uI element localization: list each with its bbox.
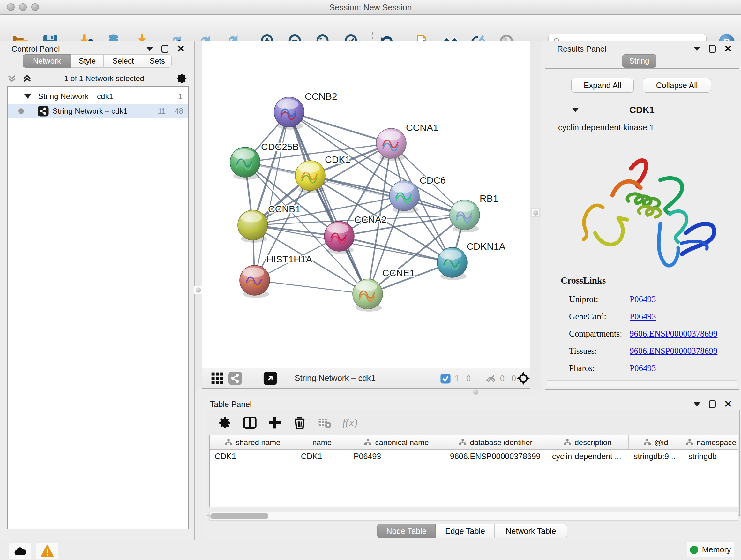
left-splitter-handle[interactable] xyxy=(194,286,202,294)
column-header-database-identifier[interactable]: database identifier xyxy=(445,435,547,449)
column-header-label: description xyxy=(575,438,611,447)
selected-count-badge: 1 - 0 xyxy=(455,374,471,383)
delete-table-button[interactable] xyxy=(318,416,332,430)
results-close-icon[interactable]: ✕ xyxy=(724,45,732,53)
node-CDK1[interactable] xyxy=(295,161,325,193)
expand-all-button[interactable]: Expand All xyxy=(571,78,634,92)
collapse-all-button[interactable]: Collapse All xyxy=(643,78,711,92)
column-header-name[interactable]: name xyxy=(296,435,348,449)
column-header-namespace[interactable]: namespace xyxy=(683,435,738,449)
edge-CCNA2-CDKN1A[interactable] xyxy=(339,236,452,262)
split-columns-button[interactable] xyxy=(243,416,257,430)
node-label-CCNB1: CCNB1 xyxy=(268,204,300,214)
table-hscrollbar-thumb[interactable] xyxy=(210,513,268,519)
node-RB1[interactable] xyxy=(450,200,480,233)
network-collection-row[interactable]: String Network – cdk1 1 xyxy=(8,89,188,104)
delete-column-button[interactable] xyxy=(293,416,307,430)
left-splitter[interactable] xyxy=(195,41,202,388)
node-HIST1H1A[interactable] xyxy=(240,265,270,298)
network-view: CCNB2CCNA1CDC25BCDK1CDC6RB1CCNB1CCNA2CDK… xyxy=(202,41,530,388)
table-cell[interactable]: CDK1 xyxy=(210,449,296,463)
column-header--id[interactable]: @id xyxy=(629,435,683,449)
node-CCNE1[interactable] xyxy=(353,279,383,312)
warning-icon xyxy=(41,545,54,557)
panel-close-icon[interactable]: ✕ xyxy=(177,45,185,53)
table-menu-icon[interactable] xyxy=(693,402,700,407)
cloud-button[interactable] xyxy=(9,543,31,559)
bottom-splitter-handle[interactable] xyxy=(471,388,480,396)
node-label-CCNB2: CCNB2 xyxy=(305,91,337,102)
table-cell[interactable]: stringdb:9... xyxy=(629,449,683,463)
column-header-shared-name[interactable]: shared name xyxy=(210,435,296,449)
tab-network[interactable]: Network xyxy=(23,54,71,68)
crosslink-value-link[interactable]: 9606.ENSP00000378699 xyxy=(630,346,718,356)
node-CCNB1[interactable] xyxy=(238,210,268,243)
fit-selected-crosshair-icon[interactable] xyxy=(516,371,530,385)
birds-eye-view-icon[interactable] xyxy=(261,369,280,388)
crosslink-value-link[interactable]: P06493 xyxy=(630,294,656,304)
panel-float-icon[interactable] xyxy=(161,45,169,53)
edge-CCNB2-CCNA1[interactable] xyxy=(289,112,391,143)
collapse-all-icon[interactable] xyxy=(6,73,17,84)
node-label-CDC25B: CDC25B xyxy=(261,141,299,152)
hidden-eye-icon[interactable] xyxy=(485,374,496,384)
crosslink-value-link[interactable]: P06493 xyxy=(630,312,656,321)
panel-menu-icon[interactable] xyxy=(146,47,153,51)
add-column-icon xyxy=(268,416,282,430)
table-cell[interactable]: P06493 xyxy=(348,449,445,463)
settings-gear-button[interactable] xyxy=(218,416,232,430)
table-toolbar: f(x) xyxy=(210,413,357,433)
node-CDC6[interactable] xyxy=(389,181,419,213)
results-float-icon[interactable] xyxy=(709,45,716,53)
node-CCNA1[interactable] xyxy=(376,128,406,161)
tab-select[interactable]: Select xyxy=(104,54,143,68)
column-header-label: shared name xyxy=(235,438,280,447)
edge-layer xyxy=(245,112,465,294)
network-canvas[interactable]: CCNB2CCNA1CDC25BCDK1CDC6RB1CCNB1CCNA2CDK… xyxy=(202,41,530,368)
network-row-selected[interactable]: String Network – cdk1 11 48 xyxy=(8,104,188,118)
column-header-label: canonical name xyxy=(375,438,428,447)
table-cell[interactable]: CDK1 xyxy=(296,449,348,463)
table-float-icon[interactable] xyxy=(709,400,716,408)
function-builder-icon[interactable]: f(x) xyxy=(342,417,357,429)
grid-view-icon[interactable] xyxy=(208,369,226,388)
tab-network-table[interactable]: Network Table xyxy=(495,523,567,538)
node-CDKN1A[interactable] xyxy=(437,247,467,280)
table-close-icon[interactable]: ✕ xyxy=(724,400,732,408)
table-hscrollbar[interactable] xyxy=(209,512,738,521)
table-cell[interactable]: cyclin-dependent ... xyxy=(547,449,629,463)
node-result-expander-icon[interactable] xyxy=(572,108,579,112)
crosslink-value-link[interactable]: P06493 xyxy=(630,363,656,373)
tab-sets[interactable]: Sets xyxy=(143,54,172,68)
table-cell[interactable]: stringdb xyxy=(683,449,738,463)
tab-style[interactable]: Style xyxy=(71,54,104,68)
column-header-canonical-name[interactable]: canonical name xyxy=(348,435,445,449)
results-menu-icon[interactable] xyxy=(693,47,700,51)
crosslink-value-link[interactable]: 9606.ENSP00000378699 xyxy=(630,329,718,339)
right-splitter-handle[interactable] xyxy=(531,208,540,217)
string-style-icon[interactable] xyxy=(226,369,245,388)
selected-checkbox-icon[interactable] xyxy=(440,373,451,384)
memory-button[interactable]: Memory xyxy=(687,542,734,557)
bottom-splitter[interactable] xyxy=(202,388,541,396)
network-options-gear-icon[interactable] xyxy=(176,72,188,84)
node-result-header[interactable]: CDK1 xyxy=(547,104,737,116)
warnings-button[interactable] xyxy=(36,543,58,559)
edge-HIST1H1A-CCNE1[interactable] xyxy=(255,280,367,294)
node-CCNB2[interactable] xyxy=(274,97,304,130)
add-column-button[interactable] xyxy=(268,416,282,430)
tab-node-table[interactable]: Node Table xyxy=(377,523,435,538)
node-CCNA2[interactable] xyxy=(324,221,354,254)
results-scrollbar[interactable] xyxy=(547,380,737,387)
column-header-description[interactable]: description xyxy=(547,435,629,449)
collection-label: String Network – cdk1 xyxy=(38,92,113,101)
table-cell[interactable]: 9606.ENSP00000378699 xyxy=(445,449,547,463)
expand-all-icon[interactable] xyxy=(22,73,32,84)
tab-string[interactable]: String xyxy=(622,54,657,68)
node-CDC25B[interactable] xyxy=(230,147,260,180)
collection-expander-icon[interactable] xyxy=(24,94,31,99)
tab-edge-table[interactable]: Edge Table xyxy=(435,523,495,538)
tree-column-icon xyxy=(643,439,651,446)
right-splitter[interactable] xyxy=(530,41,541,388)
table-row[interactable]: CDK1CDK1P064939606.ENSP00000378699cyclin… xyxy=(210,449,738,463)
